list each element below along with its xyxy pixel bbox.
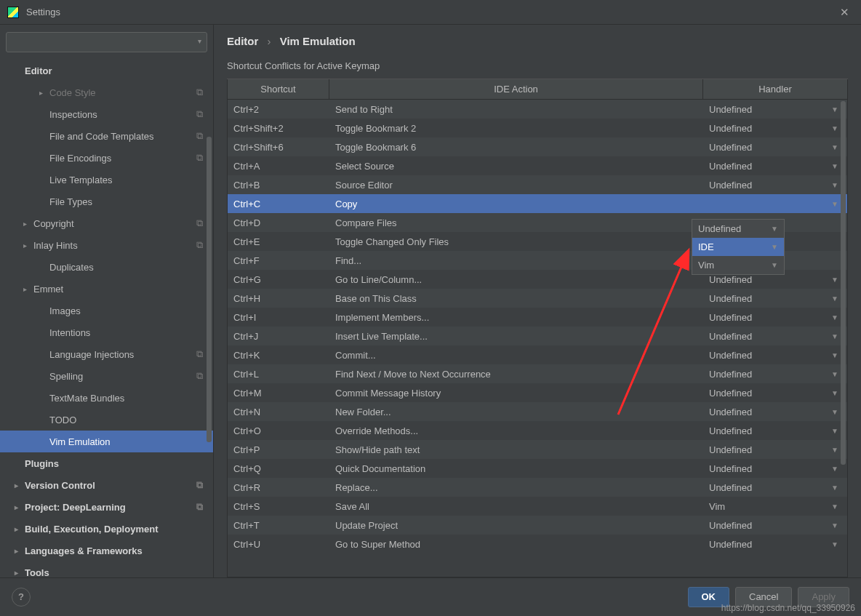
sidebar-item[interactable]: Language Injections⧉ (0, 343, 213, 365)
cell-handler[interactable]: Undefined▼ (703, 308, 847, 327)
sidebar-item-label: Code Style (49, 87, 191, 98)
expand-arrow-icon: ▸ (15, 525, 25, 533)
cell-action: Implement Members... (329, 308, 703, 327)
sidebar-item[interactable]: ▸Emmet (0, 278, 213, 300)
dropdown-option[interactable]: Undefined▼ (692, 220, 784, 238)
sidebar-item-label: Languages & Frameworks (25, 545, 191, 556)
close-button[interactable]: ✕ (836, 3, 854, 22)
table-row[interactable]: Ctrl+QQuick DocumentationUndefined▼ (228, 459, 847, 478)
content: Editor › Vim Emulation Shortcut Conflict… (214, 25, 861, 577)
cell-handler[interactable]: Undefined▼ (703, 459, 847, 478)
dropdown-option[interactable]: IDE▼ (692, 238, 784, 256)
sidebar-item[interactable]: ▸Copyright⧉ (0, 212, 213, 234)
column-shortcut[interactable]: Shortcut (228, 79, 329, 99)
table-row[interactable]: Ctrl+SSave AllVim▼ (228, 497, 847, 516)
cell-shortcut: Ctrl+Shift+2 (228, 119, 329, 137)
table-row[interactable]: Ctrl+TUpdate ProjectUndefined▼ (228, 516, 847, 535)
table-row[interactable]: Ctrl+PShow/Hide path textUndefined▼ (228, 440, 847, 459)
cell-handler[interactable]: Undefined▼ (703, 364, 847, 383)
cell-handler[interactable]: Undefined▼ (703, 345, 847, 364)
sidebar-item[interactable]: Spelling⧉ (0, 365, 213, 387)
table-row[interactable]: Ctrl+HBase on This ClassUndefined▼ (228, 289, 847, 308)
cell-handler[interactable]: Undefined▼ (703, 100, 847, 119)
table-row[interactable]: Ctrl+RReplace...Undefined▼ (228, 478, 847, 497)
dropdown-icon: ▼ (831, 181, 838, 189)
table-row[interactable]: Ctrl+JInsert Live Template...Undefined▼ (228, 327, 847, 345)
sidebar-item[interactable]: Editor (0, 60, 213, 81)
cell-handler[interactable]: Undefined▼ (703, 289, 847, 308)
settings-tree[interactable]: Editor▸Code Style⧉Inspections⧉File and C… (0, 57, 213, 577)
cell-handler[interactable]: ▼ (703, 194, 847, 213)
breadcrumb-root[interactable]: Editor (227, 35, 258, 47)
table-row[interactable]: Ctrl+IImplement Members...Undefined▼ (228, 308, 847, 327)
dropdown-icon: ▼ (831, 427, 838, 435)
cell-handler[interactable]: Undefined▼ (703, 440, 847, 459)
table-row[interactable]: Ctrl+BSource EditorUndefined▼ (228, 175, 847, 194)
sidebar-item-label: Editor (25, 65, 191, 76)
dropdown-arrow-icon: ▼ (771, 261, 778, 269)
sidebar-item[interactable]: TODO (0, 409, 213, 431)
dropdown-option[interactable]: Vim▼ (692, 256, 784, 274)
sidebar-item[interactable]: ▸Tools (0, 561, 213, 577)
search-input[interactable] (6, 32, 207, 52)
sidebar-item[interactable]: Live Templates (0, 169, 213, 191)
table-row[interactable]: Ctrl+Shift+2Toggle Bookmark 2Undefined▼ (228, 119, 847, 137)
dropdown-icon: ▼ (831, 200, 838, 208)
sidebar-item[interactable]: Inspections⧉ (0, 103, 213, 125)
sidebar-item[interactable]: ▸Languages & Frameworks (0, 540, 213, 561)
cell-handler[interactable]: Undefined▼ (703, 327, 847, 345)
column-handler[interactable]: Handler (703, 79, 847, 99)
sidebar-item-label: Build, Execution, Deployment (25, 524, 191, 535)
cell-handler[interactable]: Undefined▼ (703, 421, 847, 440)
cell-handler[interactable]: Undefined▼ (703, 156, 847, 175)
cell-handler[interactable]: Vim▼ (703, 497, 847, 516)
cell-action: Toggle Bookmark 6 (329, 137, 703, 156)
cell-shortcut: Ctrl+N (228, 402, 329, 421)
sidebar-item-label: Version Control (25, 480, 191, 491)
cell-handler[interactable]: Undefined▼ (703, 137, 847, 156)
table-row[interactable]: Ctrl+NNew Folder...Undefined▼ (228, 402, 847, 421)
sidebar-item[interactable]: File Types (0, 191, 213, 212)
cell-handler[interactable]: Undefined▼ (703, 175, 847, 194)
sidebar-item[interactable]: File Encodings⧉ (0, 147, 213, 169)
cell-shortcut: Ctrl+I (228, 308, 329, 327)
cell-handler[interactable]: Undefined▼ (703, 119, 847, 137)
handler-dropdown[interactable]: Undefined▼IDE▼Vim▼ (692, 219, 785, 275)
sidebar-item[interactable]: TextMate Bundles (0, 387, 213, 409)
table-row[interactable]: Ctrl+LFind Next / Move to Next Occurrenc… (228, 364, 847, 383)
handler-value: Undefined (709, 520, 752, 531)
column-action[interactable]: IDE Action (329, 79, 703, 99)
table-row[interactable]: Ctrl+OOverride Methods...Undefined▼ (228, 421, 847, 440)
cell-handler[interactable]: Undefined▼ (703, 535, 847, 553)
table-body[interactable]: Ctrl+2Send to RightUndefined▼Ctrl+Shift+… (228, 100, 847, 572)
sidebar-item[interactable]: Vim Emulation (0, 431, 213, 452)
expand-arrow-icon: ▸ (15, 481, 25, 489)
expand-arrow-icon: ▸ (15, 503, 25, 511)
section-title: Shortcut Conflicts for Active Keymap (227, 60, 848, 79)
sidebar-item[interactable]: ▸Version Control⧉ (0, 474, 213, 496)
sidebar-scrollbar[interactable] (207, 137, 212, 442)
table-row[interactable]: Ctrl+UGo to Super MethodUndefined▼ (228, 535, 847, 553)
table-row[interactable]: Ctrl+KCommit...Undefined▼ (228, 345, 847, 364)
sidebar-item[interactable]: Images (0, 300, 213, 321)
cell-handler[interactable]: Undefined▼ (703, 478, 847, 497)
help-button[interactable]: ? (12, 588, 31, 607)
cell-handler[interactable]: Undefined▼ (703, 383, 847, 402)
table-row[interactable]: Ctrl+Shift+6Toggle Bookmark 6Undefined▼ (228, 137, 847, 156)
sidebar-item[interactable]: ▸Build, Execution, Deployment (0, 518, 213, 540)
scope-badge-icon: ⧉ (191, 108, 207, 120)
sidebar-item[interactable]: ▸Inlay Hints⧉ (0, 234, 213, 256)
sidebar-item[interactable]: File and Code Templates⧉ (0, 125, 213, 147)
sidebar-item[interactable]: Duplicates (0, 256, 213, 278)
table-row[interactable]: Ctrl+ASelect SourceUndefined▼ (228, 156, 847, 175)
sidebar-item[interactable]: ▸Project: DeepLearning⧉ (0, 496, 213, 518)
table-row[interactable]: Ctrl+CCopy▼ (228, 194, 847, 213)
sidebar-item[interactable]: ▸Code Style⧉ (0, 81, 213, 103)
sidebar-item[interactable]: Plugins (0, 452, 213, 474)
table-row[interactable]: Ctrl+2Send to RightUndefined▼ (228, 100, 847, 119)
cell-handler[interactable]: Undefined▼ (703, 402, 847, 421)
sidebar-item[interactable]: Intentions (0, 321, 213, 343)
search-wrap: ▾ (0, 25, 213, 57)
table-row[interactable]: Ctrl+MCommit Message HistoryUndefined▼ (228, 383, 847, 402)
cell-handler[interactable]: Undefined▼ (703, 516, 847, 535)
